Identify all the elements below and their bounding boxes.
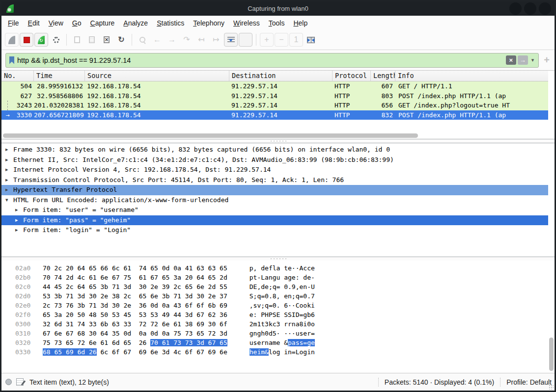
resize-columns-icon[interactable] [304,33,318,47]
column-header-time[interactable]: Time [34,71,85,81]
tree-row[interactable]: ▸Form item: "login" = "Login" [1,225,548,235]
expert-info-icon[interactable] [5,379,12,385]
reload-file-icon[interactable]: ↻ [114,33,128,47]
hex-row[interactable]: 033068 65 69 6d 26 6c 6f 67 69 6e 3d 4c … [1,347,548,357]
packet-row[interactable]: 3243201.032028381192.168.178.5491.229.57… [1,101,548,110]
pane-splitter[interactable] [1,139,555,143]
menu-file[interactable]: File [3,18,24,28]
tree-row[interactable]: ▸Frame 3330: 832 bytes on wire (6656 bit… [1,145,548,155]
hex-bytes: 2c 73 76 3b 71 3d 30 2e 36 0d 0a 43 6f 6… [43,301,227,310]
packet-cell-no: 3330 [14,110,34,120]
status-bar: Text item (text), 12 byte(s) Packets: 51… [1,373,555,391]
resize-grip-icon[interactable] [549,385,554,390]
column-header-info[interactable]: Info [395,71,548,81]
filter-add-button[interactable]: + [544,54,550,66]
menu-telephony[interactable]: Telephony [189,18,229,28]
packet-cell-dst: 91.229.57.14 [229,101,333,110]
hex-offset: 02f0 [15,310,36,319]
hex-ascii: S;q=0.8, en;q=0.7 [250,291,315,301]
tree-row[interactable]: ▸Hypertext Transfer Protocol [1,185,548,195]
display-filter-input[interactable] [14,56,504,64]
stop-capture-icon[interactable] [20,33,33,47]
hex-row[interactable]: 032075 73 65 72 6e 61 6d 65 26 70 61 73 … [1,338,548,347]
close-file-icon[interactable]: × [100,33,113,47]
column-header-source[interactable]: Source [85,71,229,81]
column-header-length[interactable]: Length [371,71,395,81]
packet-bytes-pane: 02a070 2c 20 64 65 66 6c 61 74 65 0d 0a … [1,261,555,373]
tree-row[interactable]: ▾HTML Form URL Encoded: application/x-ww… [1,195,548,206]
expander-icon[interactable]: ▸ [5,185,13,195]
menu-help[interactable]: Help [289,18,312,28]
hex-row[interactable]: 02d053 3b 71 3d 30 2e 38 2c 65 6e 3b 71 … [1,291,548,301]
capture-options-icon[interactable] [49,33,63,47]
packet-cell-info: POST /index.php HTTP/1.1 (ap [395,110,548,120]
tree-row[interactable]: ▸Transmission Control Protocol, Src Port… [1,175,548,185]
menu-statistics[interactable]: Statistics [152,18,189,28]
display-filter-field[interactable]: × → ▾ [5,53,539,68]
expander-icon[interactable]: ▸ [5,175,13,185]
column-header-protocol[interactable]: Protocol [333,71,371,81]
previous-packet-icon: ↤ [195,33,208,47]
expander-icon[interactable]: ▸ [15,225,23,235]
filter-history-caret-icon[interactable]: ▾ [531,57,534,63]
expander-icon[interactable]: ▾ [5,195,13,206]
hex-offset: 0310 [15,329,36,338]
tree-row-text: Form item: "user" = "username" [23,205,139,215]
hex-offset: 02d0 [15,291,36,301]
pane-splitter[interactable] [1,257,555,261]
horizontal-scrollbar-handle[interactable] [3,133,418,138]
filter-clear-icon[interactable]: × [506,55,516,65]
packet-row-marker-icon [1,81,14,91]
menu-capture[interactable]: Capture [86,18,119,28]
tree-row[interactable]: ▸Ethernet II, Src: IntelCor_e7:c1:c4 (34… [1,155,548,165]
packet-row[interactable]: 50428.995916132192.168.178.5491.229.57.1… [1,81,548,91]
hex-ascii: p, defla te··Acce [250,263,315,273]
zoom-100-icon: 1 [289,33,303,47]
hex-row[interactable]: 02a070 2c 20 64 65 66 6c 61 74 65 0d 0a … [1,263,548,273]
restart-capture-icon[interactable]: ↻ [34,33,48,47]
menu-tools[interactable]: Tools [264,18,289,28]
filter-apply-icon[interactable]: → [518,55,528,65]
hex-row[interactable]: 02f065 3a 20 50 48 50 53 45 53 53 49 44 … [1,310,548,319]
hex-row[interactable]: 031067 6e 67 68 30 64 35 0d 0a 0d 0a 75 … [1,329,548,338]
expander-icon[interactable]: ▸ [15,205,23,215]
tree-row-text: HTML Form URL Encoded: application/x-www… [13,195,228,206]
packet-cell-no: 3243 [14,101,34,110]
expander-icon[interactable]: ▸ [5,145,13,155]
tree-row[interactable]: ▸Internet Protocol Version 4, Src: 192.1… [1,165,548,175]
tree-row[interactable]: ▸Form item: "user" = "username" [1,205,548,215]
status-profile: Profile: Default [506,378,552,386]
hex-row[interactable]: 02e02c 73 76 3b 71 3d 30 2e 36 0d 0a 43 … [1,301,548,310]
go-back-icon: ← [150,33,164,47]
packet-cell-src: 192.168.178.54 [85,110,229,120]
column-header-destination[interactable]: Destination [229,71,333,81]
vertical-scrollbar-handle[interactable] [549,338,554,371]
menu-edit[interactable]: Edit [24,18,44,28]
horizontal-scrollbar[interactable] [1,132,548,139]
packet-cell-len: 832 [371,110,395,120]
hex-row[interactable]: 02b070 74 2d 4c 61 6e 67 75 61 67 65 3a … [1,273,548,282]
packet-row[interactable]: →3330207.656721809192.168.178.5491.229.5… [1,110,548,120]
menu-analyze[interactable]: Analyze [119,18,152,28]
packet-row[interactable]: 62732.958568806192.168.178.5491.229.57.1… [1,91,548,101]
packet-cell-info: GET / HTTP/1.1 [395,81,548,91]
title-bar[interactable]: Capturing from wlan0 [1,1,555,16]
expander-icon[interactable]: ▸ [5,155,13,165]
packet-cell-time: 207.656721809 [34,110,85,120]
filter-bookmark-icon[interactable] [9,56,14,64]
zoom-in-icon: + [260,33,274,47]
expander-icon[interactable]: ▸ [15,215,23,226]
column-header-no[interactable]: No. [1,71,34,81]
expander-icon[interactable]: ▸ [5,165,13,175]
hex-bytes: 44 45 2c 64 65 3b 71 3d 30 2e 39 2c 65 6… [43,282,227,291]
capture-comment-icon[interactable] [16,378,24,386]
colorize-icon[interactable] [239,33,252,47]
menu-view[interactable]: View [44,18,68,28]
hex-row[interactable]: 02c044 45 2c 64 65 3b 71 3d 30 2e 39 2c … [1,282,548,291]
hex-row[interactable]: 030032 6d 31 74 33 6b 63 33 72 72 6e 61 … [1,319,548,329]
auto-scroll-icon[interactable] [224,33,238,47]
hex-bytes: 70 2c 20 64 65 66 6c 61 74 65 0d 0a 41 6… [43,263,227,273]
tree-row[interactable]: ▸Form item: "pass" = "geheim" [1,215,548,226]
menu-go[interactable]: Go [68,18,86,28]
menu-wireless[interactable]: Wireless [229,18,264,28]
